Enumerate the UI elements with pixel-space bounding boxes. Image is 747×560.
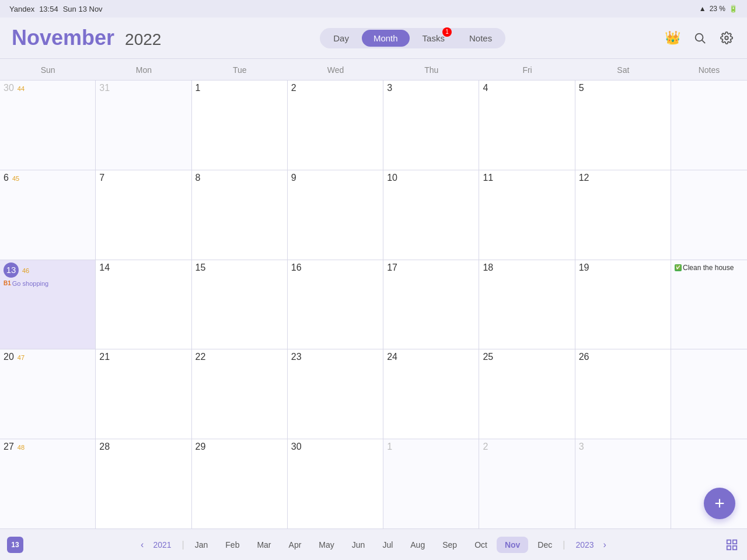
tab-notes[interactable]: Notes xyxy=(458,30,504,47)
note-icon: ✅ xyxy=(675,264,682,271)
cell-oct-31[interactable]: 31 xyxy=(96,80,191,170)
cell-dec-1[interactable]: 1 xyxy=(383,439,479,528)
cell-nov-5[interactable]: 5 xyxy=(575,80,671,170)
cell-nov-22[interactable]: 22 xyxy=(192,349,288,439)
svg-line-1 xyxy=(702,40,705,43)
cell-nov-2[interactable]: 2 xyxy=(288,80,383,170)
tasks-badge: 1 xyxy=(442,27,452,37)
notes-week-3: ✅ Clean the house xyxy=(671,260,747,349)
time: 13:54 xyxy=(39,5,58,13)
month-jan[interactable]: Jan xyxy=(187,537,217,553)
cell-nov-28[interactable]: 28 xyxy=(96,439,191,528)
next-year-arrow[interactable]: › xyxy=(603,540,606,550)
cell-nov-9[interactable]: 9 xyxy=(288,170,383,260)
dow-notes: Notes xyxy=(671,59,747,81)
note-clean-house[interactable]: ✅ Clean the house xyxy=(675,264,743,272)
month-nov[interactable]: Nov xyxy=(497,537,528,553)
notes-week-4 xyxy=(671,349,747,439)
cell-nov-17[interactable]: 17 xyxy=(383,260,479,349)
week-row-2: 645 7 8 9 10 11 12 xyxy=(0,170,747,260)
status-left: Yandex 13:54 Sun 13 Nov xyxy=(9,5,103,13)
month-may[interactable]: May xyxy=(310,537,342,553)
dow-tue: Tue xyxy=(192,59,288,81)
cell-nov-1[interactable]: 1 xyxy=(192,80,288,170)
svg-rect-5 xyxy=(727,545,731,549)
cell-nov-20[interactable]: 2047 xyxy=(0,349,96,439)
cell-oct-30[interactable]: 3044 xyxy=(0,80,96,170)
cell-nov-6[interactable]: 645 xyxy=(0,170,96,260)
notes-week-1 xyxy=(671,80,747,170)
week-row-4: 2047 21 22 23 24 25 26 xyxy=(0,349,747,439)
cell-nov-8[interactable]: 8 xyxy=(192,170,288,260)
svg-point-2 xyxy=(725,36,728,40)
cell-nov-24[interactable]: 24 xyxy=(383,349,479,439)
bottom-nav: 13 ‹ 2021 | Jan Feb Mar Apr May Jun Jul … xyxy=(0,528,747,560)
month-mar[interactable]: Mar xyxy=(249,537,279,553)
cell-nov-23[interactable]: 23 xyxy=(288,349,383,439)
week-row-1: 3044 31 1 2 3 4 5 xyxy=(0,80,747,170)
cell-nov-25[interactable]: 25 xyxy=(479,349,575,439)
cell-nov-12[interactable]: 12 xyxy=(575,170,671,260)
svg-rect-3 xyxy=(727,540,731,543)
cell-nov-16[interactable]: 16 xyxy=(288,260,383,349)
month-sep[interactable]: Sep xyxy=(434,537,465,553)
prev-year[interactable]: 2021 xyxy=(145,537,179,553)
calendar-title: November 2022 xyxy=(12,26,161,50)
dow-sun: Sun xyxy=(0,59,96,81)
calendar-grid: 3044 31 1 2 3 4 5 645 7 8 xyxy=(0,80,747,528)
dow-wed: Wed xyxy=(288,59,383,81)
month-oct[interactable]: Oct xyxy=(466,537,495,553)
cell-nov-15[interactable]: 15 xyxy=(192,260,288,349)
bottom-nav-left: 13 xyxy=(7,537,23,553)
cell-nov-13-today[interactable]: 13 46 B1 Go shopping xyxy=(0,260,96,349)
header: November 2022 Day Month Tasks 1 Notes 👑 xyxy=(0,18,747,58)
svg-rect-6 xyxy=(733,545,736,549)
month-jun[interactable]: Jun xyxy=(344,537,374,553)
tab-month[interactable]: Month xyxy=(362,30,410,47)
tab-day[interactable]: Day xyxy=(322,30,361,47)
cell-nov-11[interactable]: 11 xyxy=(479,170,575,260)
cell-nov-3[interactable]: 3 xyxy=(383,80,479,170)
search-icon[interactable] xyxy=(691,29,708,47)
add-event-fab[interactable]: + xyxy=(704,488,735,519)
week-row-5: 2748 28 29 30 1 2 3 xyxy=(0,439,747,528)
cell-nov-21[interactable]: 21 xyxy=(96,349,191,439)
year: 2022 xyxy=(125,30,161,48)
tab-tasks[interactable]: Tasks 1 xyxy=(411,30,456,47)
next-year[interactable]: 2023 xyxy=(567,537,602,553)
battery-icon: 🔋 xyxy=(729,5,738,13)
grid-view-icon[interactable] xyxy=(724,537,740,553)
cell-dec-3[interactable]: 3 xyxy=(575,439,671,528)
month-jul[interactable]: Jul xyxy=(374,537,401,553)
prev-year-arrow[interactable]: ‹ xyxy=(141,540,144,550)
cell-nov-18[interactable]: 18 xyxy=(479,260,575,349)
cell-dec-2[interactable]: 2 xyxy=(479,439,575,528)
month-feb[interactable]: Feb xyxy=(217,537,247,553)
cell-nov-26[interactable]: 26 xyxy=(575,349,671,439)
cell-nov-27[interactable]: 2748 xyxy=(0,439,96,528)
app-name: Yandex xyxy=(9,5,34,13)
view-tabs: Day Month Tasks 1 Notes xyxy=(320,28,505,48)
cell-nov-29[interactable]: 29 xyxy=(192,439,288,528)
dow-thu: Thu xyxy=(383,59,479,81)
today-badge[interactable]: 13 xyxy=(7,537,23,553)
cell-nov-4[interactable]: 4 xyxy=(479,80,575,170)
cell-nov-7[interactable]: 7 xyxy=(96,170,191,260)
svg-rect-4 xyxy=(733,540,736,543)
cell-nov-14[interactable]: 14 xyxy=(96,260,191,349)
month-apr[interactable]: Apr xyxy=(281,537,310,553)
month-dec[interactable]: Dec xyxy=(529,537,560,553)
cell-nov-19[interactable]: 19 xyxy=(575,260,671,349)
dow-fri: Fri xyxy=(479,59,575,81)
event-go-shopping[interactable]: B1 Go shopping xyxy=(4,280,92,287)
crown-icon[interactable]: 👑 xyxy=(664,29,682,47)
dow-mon: Mon xyxy=(96,59,191,81)
cell-nov-10[interactable]: 10 xyxy=(383,170,479,260)
battery-level: 23 % xyxy=(710,5,725,13)
dow-sat: Sat xyxy=(575,59,671,81)
header-icons: 👑 xyxy=(664,29,735,47)
cell-nov-30[interactable]: 30 xyxy=(288,439,383,528)
settings-icon[interactable] xyxy=(718,29,735,47)
month-aug[interactable]: Aug xyxy=(402,537,433,553)
date: Sun 13 Nov xyxy=(63,5,103,13)
